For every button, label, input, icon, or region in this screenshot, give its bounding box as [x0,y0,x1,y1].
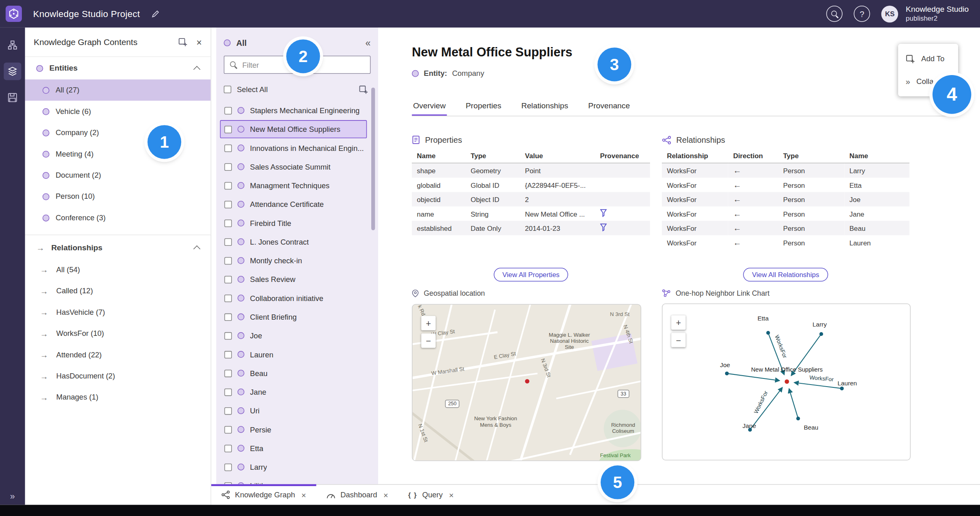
relationship-link[interactable]: WorksFor [662,235,728,249]
item-checkbox[interactable] [225,200,232,208]
item-checkbox[interactable] [225,407,232,415]
detail-tab[interactable]: Overview [412,98,447,116]
item-checkbox[interactable] [225,275,232,283]
add-to-new-icon[interactable] [359,85,368,94]
tab-query[interactable]: { } Query × [398,485,464,505]
relationship-filter-item[interactable]: → WorksFor (10) [25,323,211,344]
entity-filter-item[interactable]: Meeting (4) [25,143,211,164]
tab-knowledge-graph[interactable]: Knowledge Graph × [211,485,316,505]
related-entity-link[interactable]: Etta [844,178,909,192]
list-item[interactable]: Jane [220,383,367,401]
list-item[interactable]: Firebird Title [220,214,367,232]
zoom-in-button[interactable]: + [671,315,685,329]
add-to-new-icon[interactable] [178,37,188,47]
related-entity-link[interactable]: Jane [844,206,909,221]
relationship-filter-item[interactable]: → Manages (1) [25,387,211,408]
related-entity-link[interactable]: Joe [844,192,909,206]
list-item[interactable]: Sales Review [220,270,367,288]
relationship-link[interactable]: WorksFor [662,192,728,206]
list-item[interactable]: Staplers Mechanical Engineering [220,101,367,120]
related-entity-link[interactable]: Beau [844,221,909,235]
link-chart[interactable]: + − Etta Larry Joe Jane Beau Lauren New … [662,303,911,460]
select-all-checkbox[interactable] [224,86,231,93]
entity-filter-item[interactable]: Conference (3) [25,207,211,228]
item-checkbox[interactable] [225,350,232,358]
provenance-icon[interactable] [600,225,607,233]
node-label[interactable]: Joe [720,361,730,368]
help-button[interactable]: ? [854,6,870,22]
save-button[interactable] [4,89,21,106]
relationships-section-header[interactable]: → Relationships [25,236,211,259]
expand-rail-button[interactable]: » [0,491,25,501]
list-item[interactable]: Larry [220,458,367,476]
item-checkbox[interactable] [225,463,232,471]
view-all-relationships-button[interactable]: View All Relationships [743,268,828,282]
relationship-link[interactable]: WorksFor [662,178,728,192]
list-item[interactable]: Joe [220,327,367,345]
relationship-filter-item[interactable]: → Called (12) [25,280,211,301]
edit-title-icon[interactable] [151,9,160,18]
list-item[interactable]: Managment Techniques [220,176,367,195]
list-item[interactable]: Sales Associate Summit [220,158,367,176]
node-label[interactable]: Etta [757,315,768,322]
item-checkbox[interactable] [225,144,232,152]
item-checkbox[interactable] [225,163,232,171]
item-checkbox[interactable] [225,332,232,340]
relationship-link[interactable]: WorksFor [662,206,728,221]
relationship-filter-item[interactable]: → HasVehicle (7) [25,301,211,322]
list-item[interactable]: Etta [220,439,367,458]
map[interactable]: + − k Rd W Clay St E Clay St W Marshall … [412,304,641,461]
related-entity-link[interactable]: Lauren [844,235,909,249]
relationship-filter-item[interactable]: → All (54) [25,259,211,280]
list-item[interactable]: Client Briefing [220,308,367,326]
detail-tab[interactable]: Relationships [520,98,569,116]
entity-filter-item[interactable]: Vehicle (6) [25,101,211,122]
entity-filter-item[interactable]: Person (10) [25,186,211,207]
list-item[interactable]: Attendance Certificate [220,195,367,213]
item-checkbox[interactable] [225,445,232,452]
center-node-label[interactable]: New Metal Office Suppliers [742,366,831,373]
tab-dashboard[interactable]: Dashboard × [316,485,398,505]
layers-view-button[interactable] [4,62,21,80]
avatar[interactable]: KS [882,5,899,22]
zoom-out-button[interactable]: − [671,333,685,347]
node-label[interactable]: Larry [813,321,827,328]
entities-section-header[interactable]: Entities [25,57,211,80]
entity-filter-item[interactable]: Company (2) [25,122,211,143]
node-label[interactable]: Lauren [837,380,857,387]
item-checkbox[interactable] [225,295,232,302]
related-entity-link[interactable]: Larry [844,163,909,178]
item-checkbox[interactable] [225,219,232,227]
list-item[interactable]: Beau [220,364,367,383]
item-checkbox[interactable] [225,107,232,114]
item-checkbox[interactable] [225,388,232,396]
detail-tab[interactable]: Properties [464,98,503,116]
entity-filter-item[interactable]: Document (2) [25,165,211,186]
item-checkbox[interactable] [225,426,232,433]
relationship-link[interactable]: WorksFor [662,163,728,178]
list-item[interactable]: Uri [220,402,367,420]
node-label[interactable]: Jane [742,422,756,429]
list-item[interactable]: L. Jones Contract [220,233,367,251]
relationship-link[interactable]: WorksFor [662,221,728,235]
list-item[interactable]: Innovations in Mechanical Engin... [220,139,367,157]
relationship-filter-item[interactable]: → Attended (22) [25,344,211,365]
list-item[interactable]: Collaboration initiative [220,289,367,307]
provenance-icon[interactable] [600,211,607,219]
close-panel-icon[interactable]: × [197,37,202,47]
entity-location-marker[interactable] [525,379,529,384]
list-item[interactable]: New Metal Office Suppliers [220,120,367,138]
item-checkbox[interactable] [225,182,232,189]
close-tab-icon[interactable]: × [449,490,454,499]
view-all-properties-button[interactable]: View All Properties [494,268,568,282]
relationship-filter-item[interactable]: → HasDocument (2) [25,366,211,387]
item-checkbox[interactable] [225,313,232,321]
scrollbar-thumb[interactable] [371,88,375,230]
close-tab-icon[interactable]: × [301,490,306,499]
detail-tab[interactable]: Provenance [587,98,631,116]
app-logo-icon[interactable] [6,6,22,22]
close-tab-icon[interactable]: × [383,490,388,499]
zoom-out-button[interactable]: − [421,333,435,348]
user-info[interactable]: Knowledge Studio publisher2 [906,5,969,22]
list-item[interactable]: Persie [220,420,367,439]
